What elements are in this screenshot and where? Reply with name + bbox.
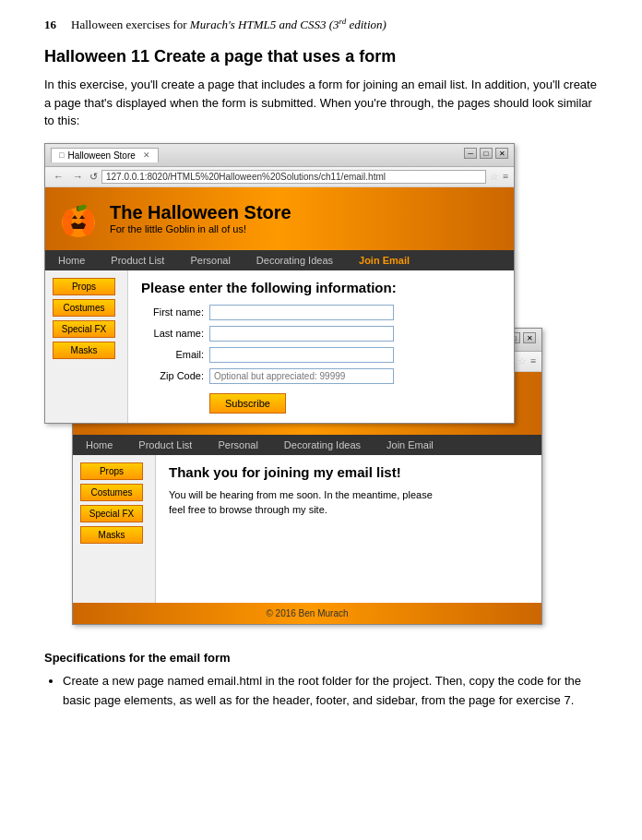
sidebar-masks-1[interactable]: Masks	[53, 342, 115, 359]
site-nav-1: Home Product List Personal Decorating Id…	[45, 250, 514, 270]
browser-tab-label-1: Halloween Store	[67, 150, 135, 161]
sidebar-props-2[interactable]: Props	[80, 462, 143, 480]
sidebar-props-1[interactable]: Props	[53, 278, 115, 295]
window-controls-1: ─ □ ✕	[464, 148, 508, 159]
address-bar-1[interactable]	[101, 170, 486, 184]
sidebar-masks-2[interactable]: Masks	[80, 526, 143, 544]
back-btn-1[interactable]: ←	[51, 170, 66, 183]
nav-decorating-1[interactable]: Decorating Ideas	[244, 250, 346, 270]
site-content-1: Props Costumes Special FX Masks Please e…	[45, 270, 514, 423]
form-row-lastname: Last name:	[141, 326, 501, 342]
form-row-zip: Zip Code:	[141, 368, 501, 384]
nav-personal-1[interactable]: Personal	[177, 250, 243, 270]
site-header-1: The Halloween Store For the little Gobli…	[45, 187, 514, 250]
sidebar-costumes-2[interactable]: Costumes	[80, 484, 143, 501]
site-subtitle-1: For the little Goblin in all of us!	[110, 223, 291, 234]
label-email: Email:	[141, 349, 204, 360]
nav-home-1[interactable]: Home	[45, 250, 98, 270]
svg-point-3	[81, 210, 94, 235]
specs-item-1: Create a new page named email.html in th…	[63, 672, 598, 711]
close-btn-2[interactable]: ✕	[523, 332, 536, 343]
star-btn-2[interactable]: ☆	[517, 355, 527, 367]
browsers-wrapper: □ Halloween Store ✕ ─ □ ✕ ← → ↺ ☆ ≡	[44, 143, 598, 632]
page-header-text: Halloween exercises for Murach's HTML5 a…	[71, 17, 386, 32]
site-sidebar-1: Props Costumes Special FX Masks	[45, 270, 128, 423]
specs-section: Specifications for the email form Create…	[44, 651, 598, 711]
site-main-2: Thank you for joining my email list! You…	[156, 455, 541, 603]
minimize-btn-1[interactable]: ─	[464, 148, 477, 159]
input-zip[interactable]	[209, 368, 394, 384]
nav-join-email-2[interactable]: Join Email	[374, 435, 446, 455]
site-sidebar-2: Props Costumes Special FX Masks	[73, 455, 156, 603]
reload-btn-1[interactable]: ↺	[89, 171, 98, 183]
sidebar-specialfx-2[interactable]: Special FX	[80, 505, 143, 522]
page-icon: □	[59, 150, 64, 160]
browser-titlebar-1: □ Halloween Store ✕ ─ □ ✕	[45, 144, 514, 167]
site-footer-2: © 2016 Ben Murach	[73, 603, 541, 624]
form-title-1: Please enter the following information:	[141, 280, 501, 295]
site-nav-2: Home Product List Personal Decorating Id…	[73, 435, 541, 455]
nav-home-2[interactable]: Home	[73, 435, 125, 455]
sidebar-specialfx-1[interactable]: Special FX	[53, 320, 115, 338]
specs-title: Specifications for the email form	[44, 651, 598, 665]
maximize-btn-1[interactable]: □	[480, 148, 493, 159]
thankyou-title: Thank you for joining my email list!	[169, 464, 529, 480]
menu-btn-1[interactable]: ≡	[503, 171, 508, 182]
tab-close-1[interactable]: ✕	[143, 150, 150, 160]
site-title-1: The Halloween Store	[110, 202, 291, 223]
section-title: Halloween 11 Create a page that uses a f…	[44, 47, 598, 66]
input-lastname[interactable]	[209, 326, 394, 342]
intro-text: In this exercise, you'll create a page t…	[44, 76, 598, 130]
nav-personal-2[interactable]: Personal	[205, 435, 270, 455]
nav-product-list-1[interactable]: Product List	[98, 250, 177, 270]
form-row-firstname: First name:	[141, 305, 501, 320]
email-form: First name: Last name: Email: Zip Code:	[141, 305, 501, 414]
form-row-email: Email:	[141, 347, 501, 363]
sidebar-costumes-1[interactable]: Costumes	[53, 299, 115, 317]
browser-screenshot-1: □ Halloween Store ✕ ─ □ ✕ ← → ↺ ☆ ≡	[44, 143, 515, 424]
page-header: 16 Halloween exercises for Murach's HTML…	[44, 17, 598, 32]
close-btn-1[interactable]: ✕	[495, 148, 508, 159]
pumpkin-icon-1	[56, 197, 101, 241]
page-number: 16	[44, 18, 56, 32]
specs-list: Create a new page named email.html in th…	[63, 672, 598, 711]
browser-tab-1[interactable]: □ Halloween Store ✕	[51, 148, 159, 162]
input-email[interactable]	[209, 347, 394, 363]
site-main-1: Please enter the following information: …	[128, 270, 514, 423]
label-lastname: Last name:	[141, 328, 204, 339]
nav-product-list-2[interactable]: Product List	[125, 435, 205, 455]
input-firstname[interactable]	[209, 305, 394, 320]
label-zip: Zip Code:	[141, 370, 204, 381]
browser-toolbar-1: ← → ↺ ☆ ≡	[45, 167, 514, 187]
nav-join-email-1[interactable]: Join Email	[346, 250, 422, 270]
site-title-block-1: The Halloween Store For the little Gobli…	[110, 202, 291, 234]
subscribe-button[interactable]: Subscribe	[209, 393, 286, 414]
thankyou-text: You will be hearing from me soon. In the…	[169, 487, 446, 518]
nav-decorating-2[interactable]: Decorating Ideas	[271, 435, 374, 455]
star-btn-1[interactable]: ☆	[490, 171, 499, 183]
forward-btn-1[interactable]: →	[70, 170, 86, 183]
site-content-2: Props Costumes Special FX Masks Thank yo…	[73, 455, 541, 603]
label-firstname: First name:	[141, 306, 204, 318]
menu-btn-2[interactable]: ≡	[530, 355, 536, 366]
